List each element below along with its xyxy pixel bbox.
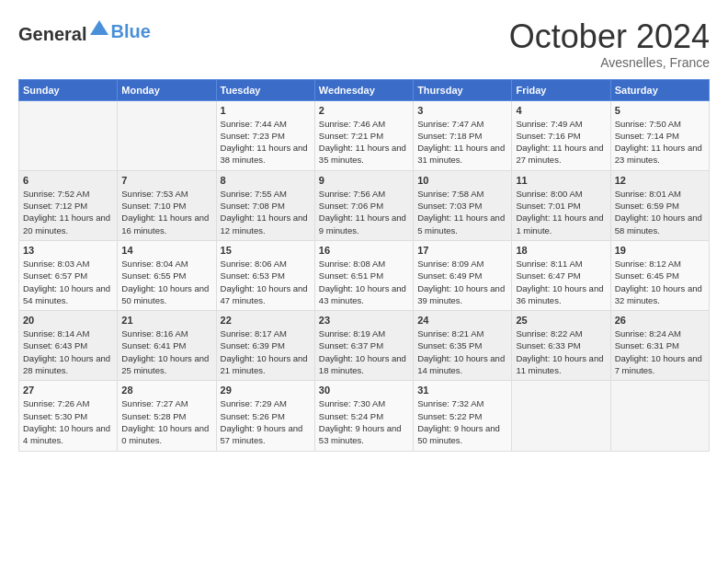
day-number: 12 [615, 175, 705, 186]
calendar-cell: 5Sunrise: 7:50 AMSunset: 7:14 PMDaylight… [610, 100, 709, 170]
day-info: Sunrise: 8:04 AMSunset: 6:55 PMDaylight:… [121, 258, 211, 306]
logo-general: General [18, 24, 86, 44]
calendar-cell: 11Sunrise: 8:00 AMSunset: 7:01 PMDayligh… [512, 170, 610, 240]
calendar-cell: 18Sunrise: 8:11 AMSunset: 6:47 PMDayligh… [512, 240, 610, 310]
calendar-cell: 23Sunrise: 8:19 AMSunset: 6:37 PMDayligh… [314, 311, 413, 381]
calendar-cell: 13Sunrise: 8:03 AMSunset: 6:57 PMDayligh… [19, 240, 118, 310]
calendar-cell: 30Sunrise: 7:30 AMSunset: 5:24 PMDayligh… [314, 381, 413, 451]
logo-blue-text: Blue [110, 21, 150, 42]
day-number: 16 [319, 245, 409, 256]
calendar-cell: 15Sunrise: 8:06 AMSunset: 6:53 PMDayligh… [216, 240, 314, 310]
day-number: 7 [121, 175, 211, 186]
day-info: Sunrise: 7:46 AMSunset: 7:21 PMDaylight:… [319, 118, 409, 167]
day-info: Sunrise: 8:08 AMSunset: 6:51 PMDaylight:… [319, 258, 409, 306]
calendar-cell [118, 100, 216, 170]
day-info: Sunrise: 7:26 AMSunset: 5:30 PMDaylight:… [23, 397, 113, 446]
day-info: Sunrise: 8:24 AMSunset: 6:31 PMDaylight:… [615, 327, 705, 376]
calendar-week-3: 13Sunrise: 8:03 AMSunset: 6:57 PMDayligh… [19, 240, 710, 310]
calendar-week-2: 6Sunrise: 7:52 AMSunset: 7:12 PMDaylight… [19, 170, 710, 240]
calendar-table: SundayMondayTuesdayWednesdayThursdayFrid… [18, 79, 710, 452]
logo: General Blue [18, 18, 151, 45]
calendar-cell: 27Sunrise: 7:26 AMSunset: 5:30 PMDayligh… [19, 381, 118, 451]
calendar-cell: 9Sunrise: 7:56 AMSunset: 7:06 PMDaylight… [314, 170, 413, 240]
calendar-cell: 26Sunrise: 8:24 AMSunset: 6:31 PMDayligh… [610, 311, 709, 381]
day-number: 21 [121, 315, 211, 326]
logo-container: General Blue [18, 18, 151, 45]
day-info: Sunrise: 7:49 AMSunset: 7:16 PMDaylight:… [516, 118, 606, 167]
calendar-cell: 25Sunrise: 8:22 AMSunset: 6:33 PMDayligh… [512, 311, 610, 381]
calendar-cell [610, 381, 709, 451]
day-number: 31 [417, 385, 507, 396]
day-info: Sunrise: 8:21 AMSunset: 6:35 PMDaylight:… [417, 327, 507, 376]
calendar-cell: 10Sunrise: 7:58 AMSunset: 7:03 PMDayligh… [414, 170, 512, 240]
calendar-cell: 21Sunrise: 8:16 AMSunset: 6:41 PMDayligh… [118, 311, 216, 381]
calendar-header-row: SundayMondayTuesdayWednesdayThursdayFrid… [19, 79, 710, 100]
calendar-cell [512, 381, 610, 451]
day-info: Sunrise: 7:30 AMSunset: 5:24 PMDaylight:… [319, 397, 409, 446]
calendar-cell: 8Sunrise: 7:55 AMSunset: 7:08 PMDaylight… [216, 170, 314, 240]
page: General Blue October 2024 Avesnelles, Fr… [0, 0, 728, 461]
day-info: Sunrise: 8:22 AMSunset: 6:33 PMDaylight:… [516, 327, 606, 376]
day-number: 22 [221, 315, 311, 326]
day-info: Sunrise: 7:32 AMSunset: 5:22 PMDaylight:… [417, 397, 507, 446]
calendar-week-4: 20Sunrise: 8:14 AMSunset: 6:43 PMDayligh… [19, 311, 710, 381]
calendar-cell: 17Sunrise: 8:09 AMSunset: 6:49 PMDayligh… [414, 240, 512, 310]
day-number: 18 [516, 245, 606, 256]
day-number: 13 [23, 245, 113, 256]
calendar-cell: 12Sunrise: 8:01 AMSunset: 6:59 PMDayligh… [610, 170, 709, 240]
calendar-cell: 2Sunrise: 7:46 AMSunset: 7:21 PMDaylight… [314, 100, 413, 170]
calendar-cell: 31Sunrise: 7:32 AMSunset: 5:22 PMDayligh… [414, 381, 512, 451]
day-info: Sunrise: 7:44 AMSunset: 7:23 PMDaylight:… [221, 118, 311, 167]
day-info: Sunrise: 8:01 AMSunset: 6:59 PMDaylight:… [615, 188, 705, 236]
day-number: 9 [319, 175, 409, 186]
day-info: Sunrise: 8:11 AMSunset: 6:47 PMDaylight:… [516, 258, 606, 306]
day-number: 6 [23, 175, 113, 186]
day-number: 29 [221, 385, 311, 396]
day-info: Sunrise: 7:52 AMSunset: 7:12 PMDaylight:… [23, 188, 113, 236]
day-info: Sunrise: 8:19 AMSunset: 6:37 PMDaylight:… [319, 327, 409, 376]
day-info: Sunrise: 7:55 AMSunset: 7:08 PMDaylight:… [221, 188, 311, 236]
svg-marker-0 [90, 20, 108, 35]
day-number: 4 [516, 105, 606, 116]
header: General Blue October 2024 Avesnelles, Fr… [18, 18, 710, 70]
day-info: Sunrise: 8:17 AMSunset: 6:39 PMDaylight:… [221, 327, 311, 376]
day-number: 19 [615, 245, 705, 256]
calendar-week-5: 27Sunrise: 7:26 AMSunset: 5:30 PMDayligh… [19, 381, 710, 451]
day-number: 26 [615, 315, 705, 326]
calendar-cell: 3Sunrise: 7:47 AMSunset: 7:18 PMDaylight… [414, 100, 512, 170]
calendar-cell: 1Sunrise: 7:44 AMSunset: 7:23 PMDaylight… [216, 100, 314, 170]
calendar-cell: 14Sunrise: 8:04 AMSunset: 6:55 PMDayligh… [118, 240, 216, 310]
day-number: 5 [615, 105, 705, 116]
calendar-cell: 24Sunrise: 8:21 AMSunset: 6:35 PMDayligh… [414, 311, 512, 381]
day-number: 24 [417, 315, 507, 326]
day-number: 11 [516, 175, 606, 186]
day-info: Sunrise: 8:03 AMSunset: 6:57 PMDaylight:… [23, 258, 113, 306]
calendar-cell: 28Sunrise: 7:27 AMSunset: 5:28 PMDayligh… [118, 381, 216, 451]
logo-icon [88, 18, 110, 40]
logo-general-text: General [18, 18, 110, 45]
day-number: 17 [417, 245, 507, 256]
calendar-week-1: 1Sunrise: 7:44 AMSunset: 7:23 PMDaylight… [19, 100, 710, 170]
calendar-cell [19, 100, 118, 170]
calendar-header-tuesday: Tuesday [216, 79, 314, 100]
day-info: Sunrise: 7:27 AMSunset: 5:28 PMDaylight:… [121, 397, 211, 446]
calendar-header-friday: Friday [512, 79, 610, 100]
calendar-cell: 20Sunrise: 8:14 AMSunset: 6:43 PMDayligh… [19, 311, 118, 381]
day-number: 20 [23, 315, 113, 326]
day-info: Sunrise: 7:53 AMSunset: 7:10 PMDaylight:… [121, 188, 211, 236]
day-number: 28 [121, 385, 211, 396]
location: Avesnelles, France [509, 55, 710, 70]
day-number: 25 [516, 315, 606, 326]
calendar-header-saturday: Saturday [610, 79, 709, 100]
calendar-header-thursday: Thursday [414, 79, 512, 100]
day-number: 14 [121, 245, 211, 256]
calendar-cell: 29Sunrise: 7:29 AMSunset: 5:26 PMDayligh… [216, 381, 314, 451]
day-number: 30 [319, 385, 409, 396]
day-info: Sunrise: 7:58 AMSunset: 7:03 PMDaylight:… [417, 188, 507, 236]
day-number: 3 [417, 105, 507, 116]
calendar-header-sunday: Sunday [19, 79, 118, 100]
month-title: October 2024 [509, 18, 710, 55]
day-info: Sunrise: 8:14 AMSunset: 6:43 PMDaylight:… [23, 327, 113, 376]
day-info: Sunrise: 8:12 AMSunset: 6:45 PMDaylight:… [615, 258, 705, 306]
calendar-cell: 7Sunrise: 7:53 AMSunset: 7:10 PMDaylight… [118, 170, 216, 240]
